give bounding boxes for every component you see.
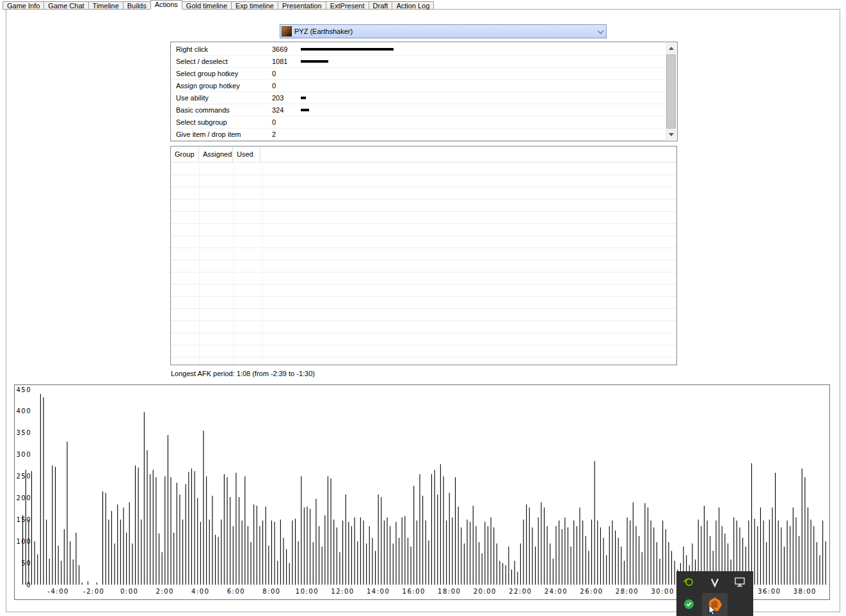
svg-text:8:00: 8:00 [262, 588, 280, 595]
action-row[interactable]: Select subgroup0 [172, 116, 666, 129]
svg-text:6:00: 6:00 [227, 588, 245, 595]
scroll-down-button[interactable] [666, 129, 676, 140]
tab-game-info[interactable]: Game Info [3, 1, 44, 10]
tab-timeline[interactable]: Timeline [88, 1, 124, 10]
hero-portrait-icon [282, 26, 292, 36]
svg-text:16:00: 16:00 [403, 588, 426, 595]
tab-gold-timeline[interactable]: Gold timeline [182, 1, 232, 10]
tab-exp-timeline[interactable]: Exp timeline [231, 1, 278, 10]
action-count-bar [301, 109, 309, 111]
action-row[interactable]: Basic commands324 [172, 104, 666, 116]
triangle-up-icon [669, 47, 674, 50]
svg-text:20:00: 20:00 [474, 588, 497, 595]
actions-summary-rows: Right click3669Select / deselect1081Sele… [172, 43, 666, 141]
svg-text:-2:00: -2:00 [83, 588, 105, 595]
apm-chart: 450400350300250200150100500-4:00-2:000:0… [14, 384, 830, 600]
action-count: 0 [272, 82, 301, 90]
vertical-scrollbar[interactable] [666, 43, 676, 140]
triangle-down-icon [669, 133, 674, 136]
action-count: 324 [272, 106, 301, 114]
action-count: 3669 [272, 45, 301, 53]
svg-text:250: 250 [16, 473, 31, 480]
tab-extpresent[interactable]: ExtPresent [326, 1, 369, 10]
action-label: Give item / drop item [176, 130, 272, 138]
svg-text:100: 100 [16, 538, 31, 545]
tab-draft[interactable]: Draft [369, 1, 393, 10]
svg-text:2:00: 2:00 [156, 588, 173, 595]
combobox-dropdown-button[interactable] [595, 25, 606, 38]
green-check-icon[interactable] [684, 599, 694, 609]
action-row[interactable]: Assign group hotkey0 [172, 80, 666, 92]
action-label: Select group hotkey [176, 70, 272, 77]
player-select-combobox[interactable]: PYZ (Earthshaker) [280, 24, 607, 38]
tab-bar: Game InfoGame ChatTimelineBuildsActionsG… [3, 0, 434, 10]
svg-text:150: 150 [16, 516, 31, 523]
svg-text:350: 350 [16, 429, 31, 436]
svg-text:14:00: 14:00 [367, 588, 390, 595]
svg-text:450: 450 [16, 386, 31, 393]
action-label: Use ability [176, 94, 272, 102]
action-count: 2 [272, 130, 301, 138]
action-label: Basic commands [176, 106, 272, 114]
action-count-bar [301, 48, 394, 51]
apm-chart-svg: 450400350300250200150100500-4:00-2:000:0… [15, 385, 829, 599]
column-header-group[interactable]: Group [171, 146, 199, 162]
svg-text:18:00: 18:00 [438, 588, 461, 595]
svg-text:0: 0 [26, 581, 31, 588]
svg-text:0:00: 0:00 [120, 588, 138, 595]
mouse-cursor [708, 605, 717, 616]
chevron-down-icon [597, 28, 603, 34]
svg-text:22:00: 22:00 [509, 588, 532, 595]
action-row[interactable]: Select group hotkey0 [172, 68, 666, 80]
action-label: Select / deselect [176, 58, 272, 65]
tab-builds[interactable]: Builds [123, 1, 151, 10]
tab-actions[interactable]: Actions [150, 0, 182, 10]
afk-period-note: Longest AFK period: 1:08 (from -2:39 to … [171, 370, 315, 377]
action-row[interactable]: Select / deselect1081 [172, 56, 666, 68]
svg-text:400: 400 [16, 407, 31, 415]
v-shield-icon[interactable] [710, 577, 720, 588]
control-groups-table: Group Assigned Used [170, 146, 677, 365]
scrollbar-thumb[interactable] [666, 54, 676, 129]
scroll-up-button[interactable] [666, 43, 676, 54]
tab-presentation[interactable]: Presentation [278, 1, 326, 10]
column-header-assigned[interactable]: Assigned [199, 146, 233, 162]
action-label: Right click [176, 45, 272, 53]
player-select-value: PYZ (Earthshaker) [294, 25, 595, 38]
table-header: Group Assigned Used [171, 146, 676, 162]
svg-text:28:00: 28:00 [616, 588, 639, 595]
svg-text:4:00: 4:00 [191, 588, 209, 595]
column-divider [234, 163, 234, 365]
action-label: Select subgroup [176, 118, 272, 126]
svg-text:200: 200 [16, 494, 31, 501]
table-body [171, 163, 676, 365]
svg-text:24:00: 24:00 [545, 588, 568, 595]
app-window: Game InfoGame ChatTimelineBuildsActionsG… [0, 0, 846, 616]
action-count-bar [301, 60, 328, 63]
svg-text:12:00: 12:00 [331, 588, 354, 595]
action-label: Assign group hotkey [176, 82, 272, 90]
svg-text:300: 300 [16, 451, 31, 458]
column-divider [199, 163, 200, 365]
svg-text:38:00: 38:00 [794, 588, 817, 595]
svg-text:36:00: 36:00 [758, 588, 781, 595]
tab-action-log[interactable]: Action Log [392, 1, 434, 10]
column-divider [262, 163, 262, 365]
system-tray-flyout [676, 571, 753, 616]
svg-text:26:00: 26:00 [580, 588, 603, 595]
action-row[interactable]: Use ability203 [172, 92, 666, 104]
nvidia-icon[interactable] [683, 577, 694, 588]
column-header-used[interactable]: Used [233, 146, 260, 162]
action-count: 0 [272, 70, 301, 77]
svg-text:-4:00: -4:00 [47, 588, 69, 595]
monitor-icon[interactable] [735, 577, 745, 588]
svg-text:30:00: 30:00 [651, 588, 674, 595]
action-count-bar [301, 97, 306, 99]
action-row[interactable]: Right click3669 [172, 43, 666, 56]
action-count: 1081 [272, 58, 301, 65]
action-count: 203 [272, 94, 301, 102]
action-count: 0 [272, 118, 301, 126]
svg-text:10:00: 10:00 [296, 588, 319, 595]
tab-game-chat[interactable]: Game Chat [44, 1, 88, 10]
action-row[interactable]: Give item / drop item2 [172, 129, 666, 141]
